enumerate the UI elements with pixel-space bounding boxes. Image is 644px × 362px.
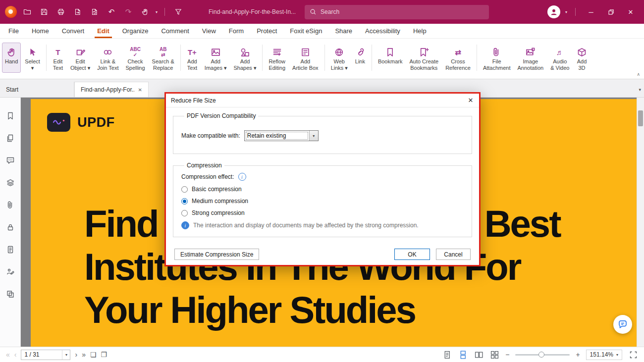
fullscreen-button[interactable] <box>628 350 638 360</box>
ribbon-add-text-button[interactable]: T+ Add Text <box>184 43 201 73</box>
grid-view-button[interactable] <box>489 350 499 360</box>
ribbon-add-article-box-button[interactable]: Add Article Box <box>289 43 322 73</box>
page-number-caret-icon[interactable]: ▾ <box>62 350 70 360</box>
tab-document[interactable]: Find-and-Apply-For... ✕ <box>74 82 149 97</box>
ribbon-add-images-button[interactable]: Add Images ▾ <box>202 43 230 73</box>
redo-button[interactable]: ↷ <box>122 5 135 18</box>
menu-protect[interactable]: Protect <box>250 24 283 38</box>
ribbon-edit-object-button[interactable]: Edit Object ▾ <box>67 43 93 73</box>
cancel-button[interactable]: Cancel <box>436 249 471 260</box>
page-number-box[interactable]: ▾ <box>21 350 70 360</box>
tab-close-icon[interactable]: ✕ <box>138 87 142 93</box>
layers-icon <box>6 178 15 187</box>
sidebar-layers[interactable] <box>4 176 17 189</box>
ribbon-reflow-editing-button[interactable]: Reflow Editing <box>266 43 288 73</box>
ok-button[interactable]: OK <box>394 249 430 260</box>
convert-button[interactable] <box>88 5 101 18</box>
sidebar-attachments[interactable] <box>4 199 17 211</box>
menu-edit[interactable]: Edit <box>91 24 116 38</box>
save-button[interactable] <box>38 5 51 18</box>
radio-basic-compression[interactable]: Basic compression <box>181 186 464 193</box>
ribbon-web-links-button[interactable]: Web Links ▾ <box>328 43 351 73</box>
menu-share[interactable]: Share <box>328 24 359 38</box>
share-hand-button[interactable] <box>139 5 152 18</box>
tab-list-caret-icon[interactable]: ▾ <box>639 87 641 92</box>
sidebar-bookmarks[interactable] <box>4 109 17 122</box>
sidebar-security[interactable] <box>4 221 17 234</box>
combo-dropdown-icon[interactable]: ▾ <box>309 131 318 141</box>
minimize-button[interactable]: ─ <box>584 5 598 19</box>
vertical-scrollbar[interactable] <box>637 98 644 347</box>
snapshot-button[interactable]: ❏ <box>90 351 97 358</box>
restore-button[interactable] <box>603 5 618 19</box>
undo-button[interactable]: ↶ <box>105 5 118 18</box>
ribbon-search-replace-button[interactable]: AB ⇄ Search & Replace <box>149 43 177 73</box>
search-input[interactable] <box>321 8 484 15</box>
info-icon[interactable]: i <box>238 173 246 181</box>
menu-home[interactable]: Home <box>25 24 55 38</box>
account-avatar[interactable] <box>547 5 560 18</box>
ribbon-link-button[interactable]: Link <box>352 43 369 73</box>
sidebar-page-thumbnails[interactable] <box>4 132 17 145</box>
radio-medium-compression[interactable]: Medium compression <box>181 198 464 205</box>
facing-view-button[interactable] <box>474 350 483 360</box>
open-file-button[interactable] <box>21 5 34 18</box>
ribbon-add-shapes-button[interactable]: Add Shapes ▾ <box>231 43 260 73</box>
compatibility-select[interactable]: Retain existing ▾ <box>244 130 319 141</box>
zoom-out-button[interactable]: − <box>505 351 509 359</box>
menu-help[interactable]: Help <box>407 24 433 38</box>
collapse-ribbon-icon[interactable]: ∧ <box>637 72 640 77</box>
ribbon-bookmark-button[interactable]: Bookmark <box>375 43 406 73</box>
zoom-level-dropdown[interactable]: 151.14% ▾ <box>586 350 622 360</box>
menu-accessibility[interactable]: Accessibility <box>359 24 407 38</box>
ribbon-cross-reference-button[interactable]: ⇄ Cross Reference <box>442 43 474 73</box>
ribbon-image-annotation-button[interactable]: Image Annotation <box>515 43 547 73</box>
scrollbar-thumb[interactable] <box>638 110 643 126</box>
ribbon-edit-text-button[interactable]: T Edit Text <box>50 43 66 73</box>
menu-comment[interactable]: Comment <box>155 24 195 38</box>
ribbon-file-attachment-button[interactable]: File Attachment <box>480 43 514 73</box>
next-page-button[interactable]: › <box>75 351 77 358</box>
export-button[interactable] <box>71 5 84 18</box>
radio-label: Basic compression <box>192 186 242 193</box>
ai-assistant-button[interactable] <box>613 315 632 334</box>
estimate-compression-size-button[interactable]: Estimate Compression Size <box>174 249 259 260</box>
menu-organize[interactable]: Organize <box>116 24 155 38</box>
tab-start[interactable]: Start <box>0 82 74 97</box>
ribbon-button-label: Images ▾ <box>205 65 227 71</box>
sidebar-fill-sign[interactable] <box>4 265 17 278</box>
menu-convert[interactable]: Convert <box>55 24 91 38</box>
ribbon-select-button[interactable]: Select ▾ <box>22 43 43 73</box>
search-bar[interactable] <box>305 5 489 19</box>
updf-logo-icon <box>47 113 70 132</box>
last-page-button[interactable]: » <box>82 351 86 358</box>
single-page-view-button[interactable] <box>442 350 452 360</box>
zoom-in-button[interactable]: + <box>576 351 580 359</box>
zoom-slider-thumb[interactable] <box>538 352 544 358</box>
ribbon-link-join-text-button[interactable]: Link & Join Text <box>94 43 121 73</box>
compression-effect-row: Compression effect: i <box>181 173 464 181</box>
close-button[interactable]: ✕ <box>623 5 638 19</box>
menu-form[interactable]: Form <box>222 24 250 38</box>
ribbon-check-spelling-button[interactable]: ABC ✓ Check Spelling <box>122 43 148 73</box>
menu-view[interactable]: View <box>196 24 222 38</box>
ribbon-auto-create-bookmarks-button[interactable]: Auto Create Bookmarks <box>406 43 441 73</box>
previous-page-button[interactable]: ‹ <box>14 351 17 358</box>
ribbon-hand-button[interactable]: Hand <box>2 43 21 73</box>
print-button[interactable] <box>54 5 67 18</box>
continuous-view-button[interactable] <box>458 350 468 360</box>
sidebar-organize-pages[interactable] <box>4 288 17 301</box>
sidebar-destinations[interactable] <box>4 243 17 256</box>
filter-button[interactable] <box>172 5 185 18</box>
ribbon-audio-video-button[interactable]: ♬ Audio & Video <box>547 43 572 73</box>
clipboard-button[interactable]: ❐ <box>101 351 107 358</box>
menu-foxit-esign[interactable]: Foxit eSign <box>283 24 328 38</box>
page-number-input[interactable] <box>21 350 62 360</box>
first-page-button[interactable]: « <box>6 351 10 358</box>
ribbon-add-3d-button[interactable]: Add 3D <box>573 43 590 73</box>
radio-strong-compression[interactable]: Strong compression <box>181 209 464 216</box>
menu-file[interactable]: File <box>2 24 25 38</box>
zoom-slider[interactable] <box>515 354 570 356</box>
sidebar-comments[interactable] <box>4 154 17 167</box>
dialog-close-button[interactable]: ✕ <box>462 97 479 104</box>
